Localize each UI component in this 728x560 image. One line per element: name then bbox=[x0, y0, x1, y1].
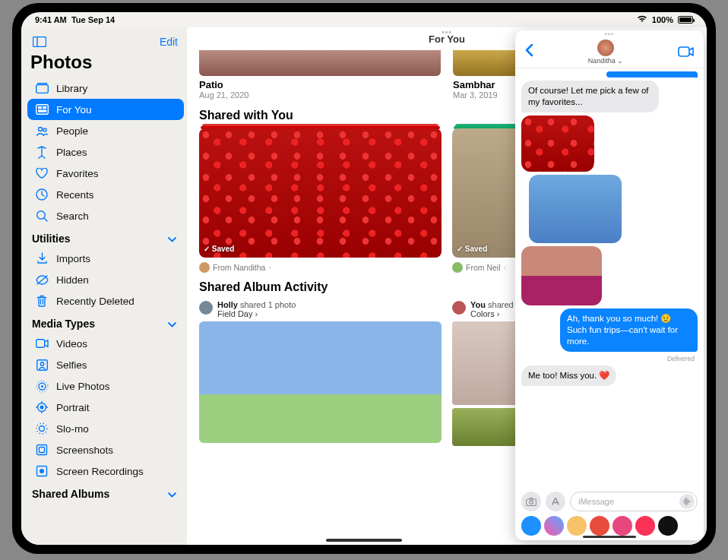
message-bubble-incoming[interactable]: Of course! Let me pick a few of my favor… bbox=[521, 81, 659, 112]
svg-rect-14 bbox=[36, 340, 44, 348]
chevron-down-icon bbox=[168, 488, 176, 500]
section-title: Shared Albums bbox=[32, 488, 109, 500]
imessage-app-memoji[interactable] bbox=[567, 516, 587, 536]
svg-point-8 bbox=[38, 127, 42, 131]
message-input[interactable]: iMessage bbox=[570, 492, 698, 511]
sidebar-item-hidden[interactable]: Hidden bbox=[27, 269, 184, 290]
sidebar-item-favorites[interactable]: Favorites bbox=[27, 163, 184, 184]
sidebar-item-label: Selfies bbox=[56, 359, 87, 371]
sidebar-section-shared-albums[interactable]: Shared Albums bbox=[27, 482, 184, 503]
imessage-app-store[interactable] bbox=[521, 516, 541, 536]
status-right: 100% bbox=[637, 15, 693, 24]
dictate-button[interactable] bbox=[679, 494, 695, 509]
message-input-row: iMessage bbox=[515, 489, 704, 514]
message-image[interactable] bbox=[529, 175, 622, 243]
messages-thread[interactable]: Of course! Let me pick a few of my favor… bbox=[515, 68, 704, 489]
memory-card[interactable]: Patio Aug 21, 2020 bbox=[199, 50, 441, 100]
message-image[interactable] bbox=[521, 115, 594, 172]
sidebar-item-for-you[interactable]: For You bbox=[27, 99, 184, 120]
sidebar-item-selfies[interactable]: Selfies bbox=[27, 354, 184, 375]
message-image[interactable] bbox=[521, 246, 602, 305]
message-bubble-incoming[interactable]: Me too! Miss you. ❤️ bbox=[521, 365, 616, 386]
sidebar-section-media-types[interactable]: Media Types bbox=[27, 312, 184, 333]
sidebar-item-label: Hidden bbox=[56, 274, 89, 286]
favorites-icon bbox=[35, 166, 49, 180]
sidebar-item-label: Search bbox=[56, 210, 89, 222]
facetime-button[interactable] bbox=[678, 46, 695, 59]
shared-from[interactable]: From Nanditha › bbox=[199, 262, 442, 273]
contact-header[interactable]: Nanditha ⌄ bbox=[588, 40, 624, 65]
chevron-down-icon bbox=[168, 233, 176, 245]
sidebar-item-label: For You bbox=[56, 104, 92, 115]
sidebar-item-search[interactable]: Search bbox=[27, 205, 184, 226]
svg-point-30 bbox=[530, 500, 533, 504]
home-indicator[interactable] bbox=[326, 539, 402, 542]
sidebar-item-videos[interactable]: Videos bbox=[27, 333, 184, 354]
sidebar-item-library[interactable]: Library bbox=[27, 78, 184, 99]
imessage-app-stickers[interactable] bbox=[590, 516, 609, 536]
home-indicator[interactable] bbox=[583, 536, 636, 538]
sidebar-item-label: Portrait bbox=[56, 402, 90, 413]
sidebar-toggle-button[interactable] bbox=[30, 33, 49, 50]
sidebar-item-places[interactable]: Places bbox=[27, 141, 184, 163]
messages-slideover[interactable]: ••• Nanditha ⌄ Of course! Let me pick a … bbox=[515, 30, 704, 540]
sidebar-item-recents[interactable]: Recents bbox=[27, 184, 184, 205]
sidebar-item-screen-recordings[interactable]: Screen Recordings bbox=[27, 460, 184, 482]
avatar bbox=[452, 262, 463, 273]
svg-rect-15 bbox=[36, 359, 47, 370]
svg-point-23 bbox=[40, 426, 45, 432]
imessage-app-music[interactable] bbox=[635, 516, 655, 536]
memory-title: Patio bbox=[199, 79, 441, 90]
imessage-app-digit[interactable] bbox=[658, 516, 678, 536]
saved-badge: ✓ Saved bbox=[457, 245, 487, 253]
video-icon bbox=[35, 337, 49, 350]
svg-rect-28 bbox=[679, 47, 689, 56]
edit-button[interactable]: Edit bbox=[160, 36, 178, 48]
svg-rect-5 bbox=[38, 106, 42, 109]
imessage-app-photos[interactable] bbox=[544, 516, 564, 536]
battery-percent: 100% bbox=[652, 15, 673, 24]
sidebar-item-live-photos[interactable]: Live Photos bbox=[27, 375, 184, 397]
shared-card[interactable]: ✓ Saved From Nanditha › bbox=[199, 128, 442, 273]
places-icon bbox=[35, 145, 49, 159]
svg-point-9 bbox=[43, 128, 46, 131]
avatar bbox=[199, 262, 210, 273]
svg-rect-24 bbox=[37, 445, 47, 455]
chevron-right-icon: › bbox=[268, 264, 271, 271]
apps-button[interactable] bbox=[546, 492, 565, 511]
delivery-status: Delivered bbox=[667, 355, 698, 362]
svg-rect-2 bbox=[36, 85, 48, 93]
sidebar-item-screenshots[interactable]: Screenshots bbox=[27, 439, 184, 460]
status-time: 9:41 AM bbox=[35, 15, 67, 24]
avatar bbox=[199, 301, 213, 315]
back-button[interactable] bbox=[524, 43, 533, 61]
sidebar-item-label: Places bbox=[56, 147, 87, 158]
sidebar-item-label: People bbox=[56, 125, 88, 137]
sidebar-item-recently-deleted[interactable]: Recently Deleted bbox=[27, 290, 184, 312]
sidebar-item-label: Videos bbox=[56, 338, 87, 350]
wifi-icon bbox=[637, 15, 647, 24]
sidebar-item-label: Favorites bbox=[56, 168, 99, 179]
slide-over-grabber-icon[interactable]: ••• bbox=[515, 30, 704, 38]
activity-card[interactable]: Holly shared 1 photo Field Day › bbox=[199, 300, 442, 446]
message-bubble-outgoing[interactable]: Ah, thank you so much! 😟 Such fun trips—… bbox=[560, 308, 698, 352]
imessage-app-search[interactable] bbox=[612, 516, 632, 536]
svg-rect-7 bbox=[38, 110, 46, 112]
sidebar-item-slo-mo[interactable]: Slo-mo bbox=[27, 418, 184, 439]
svg-point-27 bbox=[40, 469, 44, 473]
svg-rect-0 bbox=[33, 37, 46, 47]
status-bar: 9:41 AM Tue Sep 14 100% bbox=[21, 12, 707, 27]
sidebar-item-portrait[interactable]: Portrait bbox=[27, 397, 184, 418]
sidebar-item-imports[interactable]: Imports bbox=[27, 248, 184, 269]
imports-icon bbox=[35, 252, 49, 265]
shared-image: ✓ Saved bbox=[199, 128, 442, 258]
sidebar-item-people[interactable]: People bbox=[27, 120, 184, 141]
recents-icon bbox=[35, 188, 49, 201]
portrait-icon bbox=[35, 400, 49, 414]
slide-over-grabber-icon[interactable]: ••• bbox=[442, 28, 452, 36]
sidebar-item-label: Slo-mo bbox=[56, 423, 89, 435]
camera-button[interactable] bbox=[521, 492, 541, 511]
svg-point-21 bbox=[40, 406, 44, 410]
sidebar-section-utilities[interactable]: Utilities bbox=[27, 226, 184, 248]
section-title: Utilities bbox=[32, 233, 71, 245]
